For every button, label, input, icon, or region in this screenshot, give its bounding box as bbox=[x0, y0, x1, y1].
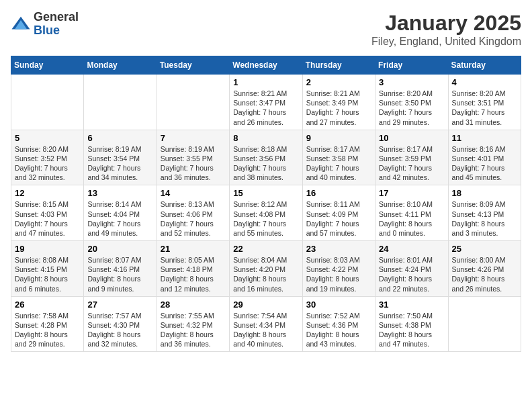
daylight-text-2: and 32 minutes. bbox=[15, 173, 65, 181]
sunrise-text: Sunrise: 8:21 AM bbox=[233, 89, 287, 97]
header-cell-sunday: Sunday bbox=[11, 56, 84, 75]
daylight-text-2: and 47 minutes. bbox=[15, 229, 65, 237]
logo-general-text: General bbox=[34, 11, 79, 24]
daylight-text-1: Daylight: 7 hours bbox=[15, 164, 68, 172]
sunset-text: Sunset: 3:50 PM bbox=[379, 99, 431, 107]
day-number: 17 bbox=[379, 188, 444, 198]
sunrise-text: Sunrise: 8:07 AM bbox=[87, 256, 141, 264]
day-number: 28 bbox=[161, 300, 226, 310]
header-cell-wednesday: Wednesday bbox=[230, 56, 302, 75]
daylight-text-1: Daylight: 7 hours bbox=[161, 164, 214, 172]
sunset-text: Sunset: 4:08 PM bbox=[233, 210, 285, 218]
daylight-text-2: and 32 minutes. bbox=[87, 340, 138, 348]
sunset-text: Sunset: 4:16 PM bbox=[87, 265, 140, 273]
calendar-cell: 16Sunrise: 8:11 AMSunset: 4:09 PMDayligh… bbox=[302, 185, 375, 241]
sunset-text: Sunset: 3:55 PM bbox=[161, 154, 213, 163]
daylight-text-1: Daylight: 8 hours bbox=[161, 330, 214, 338]
sunrise-text: Sunrise: 8:10 AM bbox=[379, 200, 433, 208]
day-number: 11 bbox=[452, 133, 517, 143]
calendar-cell: 14Sunrise: 8:13 AMSunset: 4:06 PMDayligh… bbox=[157, 185, 229, 241]
sunrise-text: Sunrise: 8:20 AM bbox=[15, 145, 69, 153]
logo-text: General Blue bbox=[34, 11, 79, 38]
daylight-text-2: and 29 minutes. bbox=[379, 118, 429, 126]
calendar-cell: 24Sunrise: 8:01 AMSunset: 4:24 PMDayligh… bbox=[375, 241, 448, 297]
daylight-text-2: and 42 minutes. bbox=[379, 173, 429, 181]
daylight-text-1: Daylight: 7 hours bbox=[87, 164, 140, 172]
calendar-header: SundayMondayTuesdayWednesdayThursdayFrid… bbox=[11, 56, 521, 75]
daylight-text-1: Daylight: 8 hours bbox=[87, 330, 140, 338]
day-number: 9 bbox=[306, 133, 371, 143]
calendar-cell bbox=[157, 75, 229, 130]
day-number: 6 bbox=[87, 133, 152, 143]
day-number: 12 bbox=[15, 188, 80, 198]
daylight-text-1: Daylight: 8 hours bbox=[306, 330, 359, 338]
calendar-cell: 1Sunrise: 8:21 AMSunset: 3:47 PMDaylight… bbox=[230, 75, 302, 130]
sunrise-text: Sunrise: 8:17 AM bbox=[306, 145, 360, 153]
sunset-text: Sunset: 4:11 PM bbox=[379, 210, 431, 218]
calendar-cell: 4Sunrise: 8:20 AMSunset: 3:51 PMDaylight… bbox=[448, 75, 521, 130]
sunrise-text: Sunrise: 8:01 AM bbox=[379, 256, 433, 264]
sunset-text: Sunset: 4:09 PM bbox=[306, 210, 359, 218]
daylight-text-1: Daylight: 8 hours bbox=[15, 275, 68, 283]
daylight-text-2: and 43 minutes. bbox=[306, 340, 357, 348]
sunrise-text: Sunrise: 8:14 AM bbox=[87, 200, 141, 208]
daylight-text-1: Daylight: 7 hours bbox=[15, 220, 68, 228]
daylight-text-2: and 9 minutes. bbox=[87, 285, 134, 293]
daylight-text-1: Daylight: 7 hours bbox=[306, 164, 359, 172]
calendar-cell: 11Sunrise: 8:16 AMSunset: 4:01 PMDayligh… bbox=[448, 130, 521, 185]
day-number: 2 bbox=[306, 77, 371, 87]
calendar-cell: 12Sunrise: 8:15 AMSunset: 4:03 PMDayligh… bbox=[11, 185, 84, 241]
sunset-text: Sunset: 4:36 PM bbox=[306, 321, 359, 329]
day-number: 27 bbox=[87, 300, 152, 310]
page-subtitle: Filey, England, United Kingdom bbox=[371, 36, 521, 48]
calendar-cell: 27Sunrise: 7:57 AMSunset: 4:30 PMDayligh… bbox=[84, 296, 157, 352]
calendar-cell: 3Sunrise: 8:20 AMSunset: 3:50 PMDaylight… bbox=[375, 75, 448, 130]
sunset-text: Sunset: 4:34 PM bbox=[233, 321, 285, 329]
daylight-text-1: Daylight: 7 hours bbox=[233, 164, 286, 172]
sunrise-text: Sunrise: 8:04 AM bbox=[233, 256, 287, 264]
week-row-1: 1Sunrise: 8:21 AMSunset: 3:47 PMDaylight… bbox=[11, 75, 521, 130]
sunset-text: Sunset: 4:26 PM bbox=[452, 265, 504, 273]
daylight-text-1: Daylight: 8 hours bbox=[161, 275, 214, 283]
sunset-text: Sunset: 3:58 PM bbox=[306, 154, 359, 163]
sunset-text: Sunset: 4:32 PM bbox=[161, 321, 213, 329]
week-row-4: 19Sunrise: 8:08 AMSunset: 4:15 PMDayligh… bbox=[11, 241, 521, 297]
daylight-text-2: and 34 minutes. bbox=[87, 173, 138, 181]
day-number: 10 bbox=[379, 133, 444, 143]
day-number: 18 bbox=[452, 188, 517, 198]
daylight-text-2: and 29 minutes. bbox=[15, 340, 65, 348]
calendar-cell: 28Sunrise: 7:55 AMSunset: 4:32 PMDayligh… bbox=[157, 296, 229, 352]
calendar-table: SundayMondayTuesdayWednesdayThursdayFrid… bbox=[11, 56, 521, 352]
daylight-text-2: and 12 minutes. bbox=[161, 285, 211, 293]
sunset-text: Sunset: 4:15 PM bbox=[15, 265, 67, 273]
logo-blue-text: Blue bbox=[34, 24, 79, 38]
daylight-text-2: and 49 minutes. bbox=[87, 229, 138, 237]
calendar-cell bbox=[11, 75, 84, 130]
sunrise-text: Sunrise: 8:20 AM bbox=[452, 89, 506, 97]
daylight-text-1: Daylight: 7 hours bbox=[233, 220, 286, 228]
daylight-text-1: Daylight: 8 hours bbox=[233, 330, 286, 338]
sunrise-text: Sunrise: 8:20 AM bbox=[379, 89, 433, 97]
sunrise-text: Sunrise: 8:17 AM bbox=[379, 145, 433, 153]
daylight-text-1: Daylight: 8 hours bbox=[87, 275, 140, 283]
sunset-text: Sunset: 3:54 PM bbox=[87, 154, 140, 163]
calendar-cell bbox=[448, 296, 521, 352]
daylight-text-2: and 52 minutes. bbox=[161, 229, 211, 237]
daylight-text-2: and 31 minutes. bbox=[452, 118, 502, 126]
calendar-cell: 25Sunrise: 8:00 AMSunset: 4:26 PMDayligh… bbox=[448, 241, 521, 297]
daylight-text-2: and 40 minutes. bbox=[233, 340, 283, 348]
header-cell-thursday: Thursday bbox=[302, 56, 375, 75]
sunset-text: Sunset: 4:06 PM bbox=[161, 210, 213, 218]
daylight-text-1: Daylight: 8 hours bbox=[306, 275, 359, 283]
daylight-text-1: Daylight: 8 hours bbox=[452, 220, 505, 228]
sunset-text: Sunset: 3:52 PM bbox=[15, 154, 67, 163]
sunset-text: Sunset: 4:01 PM bbox=[452, 154, 504, 163]
daylight-text-2: and 38 minutes. bbox=[233, 173, 283, 181]
day-number: 8 bbox=[233, 133, 298, 143]
calendar-cell: 2Sunrise: 8:21 AMSunset: 3:49 PMDaylight… bbox=[302, 75, 375, 130]
week-row-5: 26Sunrise: 7:58 AMSunset: 4:28 PMDayligh… bbox=[11, 296, 521, 352]
daylight-text-1: Daylight: 8 hours bbox=[233, 275, 286, 283]
day-number: 21 bbox=[161, 244, 226, 254]
calendar-body: 1Sunrise: 8:21 AMSunset: 3:47 PMDaylight… bbox=[11, 75, 521, 352]
sunrise-text: Sunrise: 8:15 AM bbox=[15, 200, 69, 208]
